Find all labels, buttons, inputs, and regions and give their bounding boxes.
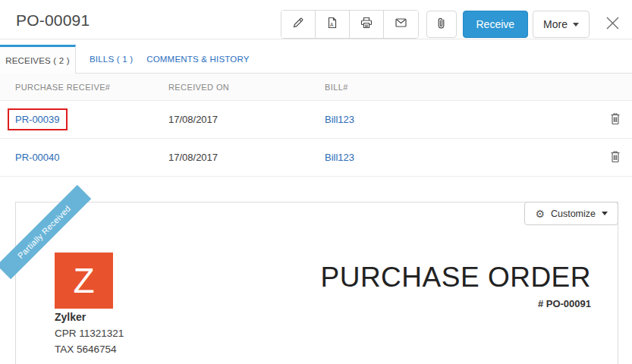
paperclip-icon xyxy=(435,17,448,32)
trash-icon xyxy=(610,150,621,165)
table-row: PR-00040 17/08/2017 Bill123 xyxy=(0,139,632,177)
chevron-down-icon xyxy=(573,23,579,27)
company-tax: TAX 5646754 xyxy=(55,341,124,357)
column-header-received-on: RECEIVED ON xyxy=(168,83,325,92)
delete-button[interactable] xyxy=(610,150,621,165)
company-cpr: CPR 11321321 xyxy=(55,325,124,341)
toolbar: A Receive More xyxy=(281,10,624,39)
receive-button[interactable]: Receive xyxy=(463,11,529,38)
column-header-purchase-receive: PURCHASE RECEIVE# xyxy=(0,83,168,92)
company-name: Zylker xyxy=(55,309,124,325)
pencil-icon xyxy=(292,17,304,32)
bill-link[interactable]: Bill123 xyxy=(325,152,354,163)
receive-number-cell: PR-00039 xyxy=(0,108,168,130)
edit-button[interactable] xyxy=(281,11,316,38)
gear-icon: ⚙ xyxy=(535,209,545,219)
trash-icon xyxy=(610,112,621,127)
email-button[interactable] xyxy=(384,11,418,38)
document-title: PURCHASE ORDER xyxy=(321,262,592,293)
table-row: PR-00039 17/08/2017 Bill123 xyxy=(0,101,632,139)
more-button-label: More xyxy=(543,18,568,30)
bill-cell: Bill123 xyxy=(325,152,599,163)
tab-receives[interactable]: RECEIVES ( 2 ) xyxy=(0,45,76,74)
tab-bills[interactable]: BILLS ( 1 ) xyxy=(83,55,140,64)
logo-letter: Z xyxy=(73,263,94,298)
receives-table: PURCHASE RECEIVE# RECEIVED ON BILL# PR-0… xyxy=(0,74,632,177)
purchase-order-preview: Partially Received ⚙ Customize Z Zylker … xyxy=(15,202,618,364)
purchase-receive-link[interactable]: PR-00040 xyxy=(15,152,60,163)
chevron-down-icon xyxy=(602,212,608,215)
bill-cell: Bill123 xyxy=(325,114,599,125)
pdf-file-icon: A xyxy=(326,17,338,32)
attachment-button[interactable] xyxy=(426,11,457,38)
close-icon xyxy=(605,16,620,33)
highlight-box: PR-00039 xyxy=(8,108,68,130)
tab-bar-rest: BILLS ( 1 ) COMMENTS & HISTORY xyxy=(76,45,632,74)
tab-comments-history[interactable]: COMMENTS & HISTORY xyxy=(140,55,256,64)
close-button[interactable] xyxy=(602,14,623,35)
detail-header: PO-00091 A xyxy=(0,0,632,39)
purchase-receive-link[interactable]: PR-00039 xyxy=(15,114,60,125)
print-button[interactable] xyxy=(350,11,384,38)
tab-bar: RECEIVES ( 2 ) BILLS ( 1 ) COMMENTS & HI… xyxy=(0,45,632,74)
svg-text:A: A xyxy=(330,22,334,27)
column-header-bill: BILL# xyxy=(325,83,599,92)
bill-link[interactable]: Bill123 xyxy=(325,114,354,125)
customize-button[interactable]: ⚙ Customize xyxy=(524,202,618,225)
printer-icon xyxy=(360,17,373,32)
company-info: Zylker CPR 11321321 TAX 5646754 xyxy=(55,309,124,357)
delete-button[interactable] xyxy=(610,112,621,127)
document-number: # PO-00091 xyxy=(538,298,591,309)
more-button[interactable]: More xyxy=(533,11,590,38)
received-on-cell: 17/08/2017 xyxy=(168,114,325,125)
table-header-row: PURCHASE RECEIVE# RECEIVED ON BILL# xyxy=(0,74,632,101)
received-on-cell: 17/08/2017 xyxy=(168,152,325,163)
pdf-button[interactable]: A xyxy=(316,11,350,38)
customize-button-label: Customize xyxy=(551,209,596,219)
toolbar-button-group: A xyxy=(281,10,419,39)
company-logo: Z xyxy=(55,253,113,309)
receive-number-cell: PR-00040 xyxy=(0,152,168,163)
page-title: PO-00091 xyxy=(16,11,90,30)
envelope-icon xyxy=(395,17,407,32)
